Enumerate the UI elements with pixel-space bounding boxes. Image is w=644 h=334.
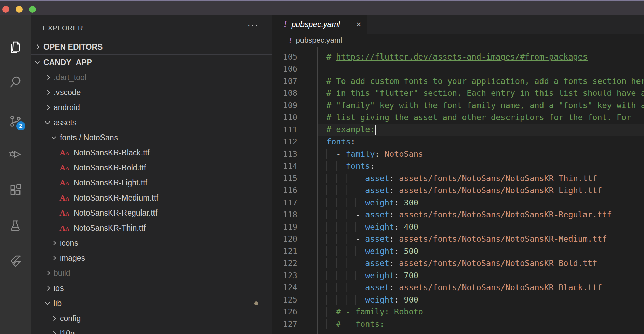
code-line-118[interactable]: 118 - asset: assets/fonts/NotoSans/NotoS… [272,209,644,221]
open-editors-label: OPEN EDITORS [43,42,103,52]
code-line-111[interactable]: 111# example: [272,124,644,136]
line-number[interactable]: 113 [272,149,297,159]
flutter-icon[interactable] [8,254,23,268]
line-number[interactable]: 119 [272,222,297,232]
project-root-item[interactable]: CANDY_APP [31,55,272,70]
code-line-126[interactable]: 126 # - family: Roboto [272,306,644,318]
chevron-right-icon [35,44,40,49]
line-number[interactable]: 127 [272,319,297,329]
sidebar-header: EXPLORER ··· [31,15,272,39]
close-tab-icon[interactable]: × [356,20,361,29]
line-number[interactable]: 122 [272,258,297,268]
line-number[interactable]: 106 [272,64,297,74]
code-line-123[interactable]: 123 weight: 700 [272,269,644,282]
tree-item-notosanskr-regular-ttf[interactable]: AANotoSansKR-Regular.ttf [31,205,272,220]
breadcrumb[interactable]: ! pubspec.yaml [272,34,644,47]
line-number[interactable]: 126 [272,307,297,317]
code-line-119[interactable]: 119 weight: 400 [272,221,644,233]
font-file-icon: AA [59,164,69,172]
tree-item-l10n[interactable]: l10n [31,326,272,334]
line-number[interactable]: 109 [272,101,297,110]
editor-group: ! pubspec.yaml × ! pubspec.yaml 105# htt… [272,15,644,334]
code-line-107[interactable]: 107# To add custom fonts to your applica… [272,75,644,87]
line-number[interactable]: 120 [272,234,297,244]
code-line-109[interactable]: 109# "family" key with the font family n… [272,99,644,112]
line-number[interactable]: 114 [272,161,297,171]
tree-item-vscode[interactable]: .vscode [31,85,272,100]
open-editors-section[interactable]: OPEN EDITORS [31,39,272,54]
git-modified-dot [254,301,258,305]
code-line-112[interactable]: 112fonts: [272,136,644,148]
chevron-down-icon [45,300,50,305]
extensions-icon[interactable] [8,183,23,197]
line-number[interactable]: 105 [272,52,297,62]
line-number[interactable]: 112 [272,137,297,146]
tree-item-lib[interactable]: lib [31,296,272,311]
code-line-110[interactable]: 110# list giving the asset and other des… [272,112,644,124]
tree-item-build[interactable]: build [31,266,272,281]
tree-item-assets[interactable]: assets [31,115,272,130]
code-line-120[interactable]: 120 - asset: assets/fonts/NotoSans/NotoS… [272,233,644,245]
search-icon[interactable] [8,75,23,89]
more-actions-icon[interactable]: ··· [247,20,259,31]
code-line-122[interactable]: 122 - asset: assets/fonts/NotoSans/NotoS… [272,257,644,270]
source-control-icon[interactable]: 2 [8,114,23,128]
source-control-badge: 2 [16,121,25,130]
line-number[interactable]: 118 [272,210,297,219]
tree-item-dart-tool[interactable]: .dart_tool [31,70,272,85]
line-number[interactable]: 117 [272,198,297,207]
maximize-window-button[interactable] [29,6,36,13]
run-debug-icon[interactable] [8,147,23,161]
tree-item-android[interactable]: android [31,100,272,115]
code-line-124[interactable]: 124 - asset: assets/fonts/NotoSans/NotoS… [272,282,644,294]
line-number[interactable]: 125 [272,295,297,305]
line-number[interactable]: 111 [272,125,297,134]
tree-item-notosanskr-light-ttf[interactable]: AANotoSansKR-Light.ttf [31,175,272,190]
tab-label: pubspec.yaml [292,20,340,29]
close-window-button[interactable] [2,6,9,13]
code-line-108[interactable]: 108# in this "flutter" section. Each ent… [272,87,644,100]
line-number[interactable]: 115 [272,174,297,183]
line-content: - asset: assets/fonts/NotoSans/NotoSansK… [297,234,607,244]
code-line-127[interactable]: 127 # fonts: [272,318,644,330]
tab-pubspec-yaml[interactable]: ! pubspec.yaml × [272,15,367,34]
line-content: # in this "flutter" section. Each entry … [297,88,644,98]
code-lines: 105# https://flutter.dev/assets-and-imag… [272,51,644,330]
line-content: - asset: assets/fonts/NotoSans/NotoSansK… [297,258,597,268]
code-editor[interactable]: 105# https://flutter.dev/assets-and-imag… [272,47,644,334]
minimize-window-button[interactable] [16,6,23,13]
code-line-117[interactable]: 117 weight: 300 [272,196,644,209]
code-line-125[interactable]: 125 weight: 900 [272,294,644,306]
tree-item-label: NotoSansKR-Thin.ttf [73,223,146,233]
line-number[interactable]: 124 [272,283,297,292]
line-content: fonts: [297,137,355,146]
line-number[interactable]: 107 [272,76,297,86]
tree-item-icons[interactable]: icons [31,235,272,250]
code-line-121[interactable]: 121 weight: 500 [272,245,644,257]
window-controls [2,6,36,13]
code-line-114[interactable]: 114 fonts: [272,160,644,172]
chevron-down-icon [35,59,40,64]
line-number[interactable]: 121 [272,246,297,256]
tree-item-notosanskr-black-ttf[interactable]: AANotoSansKR-Black.ttf [31,145,272,160]
line-content: weight: 400 [297,222,418,232]
line-number[interactable]: 123 [272,271,297,280]
explorer-files-icon[interactable] [8,40,23,54]
testing-flask-icon[interactable] [8,218,23,233]
tree-item-notosanskr-bold-ttf[interactable]: AANotoSansKR-Bold.ttf [31,160,272,175]
line-number[interactable]: 110 [272,113,297,122]
explorer-sidebar: EXPLORER ··· OPEN EDITORS CANDY_APP .dar… [31,15,272,334]
code-line-106[interactable]: 106 [272,63,644,75]
line-number[interactable]: 108 [272,88,297,98]
code-line-115[interactable]: 115 - asset: assets/fonts/NotoSans/NotoS… [272,172,644,184]
code-line-116[interactable]: 116 - asset: assets/fonts/NotoSans/NotoS… [272,184,644,197]
tree-item-config[interactable]: config [31,311,272,326]
tree-item-fonts-notosans[interactable]: fonts / NotoSans [31,130,272,145]
code-line-113[interactable]: 113 - family: NotoSans [272,148,644,160]
line-number[interactable]: 116 [272,185,297,195]
tree-item-ios[interactable]: ios [31,281,272,296]
tree-item-images[interactable]: images [31,250,272,266]
tree-item-notosanskr-thin-ttf[interactable]: AANotoSansKR-Thin.ttf [31,220,272,235]
tree-item-notosanskr-medium-ttf[interactable]: AANotoSansKR-Medium.ttf [31,190,272,205]
code-line-105[interactable]: 105# https://flutter.dev/assets-and-imag… [272,51,644,63]
